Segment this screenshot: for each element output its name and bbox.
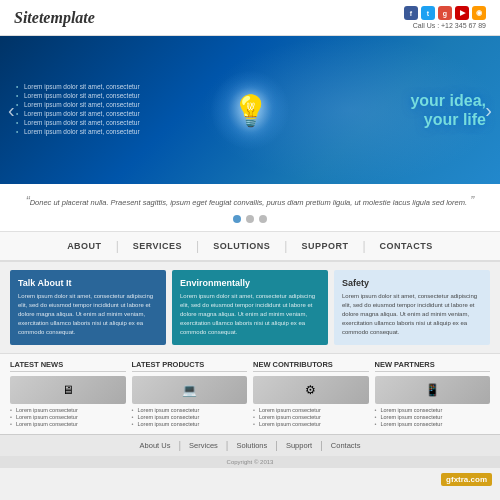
quote-bar: Donec ut placerat nulla. Praesent sagitt… [0,184,500,232]
hero-arrow-right[interactable]: › [485,99,492,122]
twitter-icon[interactable]: t [421,6,435,20]
laptop-icon: 💻 [182,383,197,397]
card-title-2: Environmentally [180,278,320,288]
list-item: Lorem ipsum consectetur [253,421,369,427]
footer-nav-solutions[interactable]: Solutions [228,441,275,450]
footer-nav-contacts[interactable]: Contacts [323,441,369,450]
hero-left: Lorem ipsum dolor sit amet, consectetur … [0,73,225,147]
bottom-list-news: Lorem ipsum consectetur Lorem ipsum cons… [10,407,126,427]
footer-nav-about[interactable]: About Us [132,441,179,450]
watermark: gfxtra.com [441,473,492,486]
bottom-img-contributors: ⚙ [253,376,369,404]
hero-arrow-left[interactable]: ‹ [8,99,15,122]
list-item: Lorem ipsum consectetur [375,421,491,427]
list-item: Lorem ipsum consectetur [10,421,126,427]
nav-bar: ABOUT | SERVICES | SOLUTIONS | SUPPORT |… [0,232,500,262]
nav-item-contacts[interactable]: CONTACTS [366,241,447,251]
bottom-col-title-1: LATEST NEWS [10,360,126,372]
list-item: Lorem ipsum consectetur [10,414,126,420]
footer-nav-support[interactable]: Support [278,441,320,450]
card-talk-about-it: Talk About It Lorem ipsum dolor sit amet… [10,270,166,345]
hero-list-item: Lorem ipsum dolor sit amet, consectetur [16,101,215,108]
quote-dot-3[interactable] [259,215,267,223]
bulb-glow: 💡 [220,70,280,150]
nav-item-services[interactable]: SERVICES [119,241,196,251]
social-icons: f t g ▶ ◉ [404,6,486,20]
googleplus-icon[interactable]: g [438,6,452,20]
hero-list-item: Lorem ipsum dolor sit amet, consectetur [16,92,215,99]
bottom-col-partners: NEW PARTNERS 📱 Lorem ipsum consectetur L… [375,360,491,428]
quote-text: Donec ut placerat nulla. Praesent sagitt… [20,192,480,210]
bottom-col-title-4: NEW PARTNERS [375,360,491,372]
copyright: Copyright © 2013 [0,456,500,468]
list-item: Lorem ipsum consectetur [10,407,126,413]
bottom-col-products: LATEST PRODUCTS 💻 Lorem ipsum consectetu… [132,360,248,428]
list-item: Lorem ipsum consectetur [375,407,491,413]
list-item: Lorem ipsum consectetur [132,414,248,420]
list-item: Lorem ipsum consectetur [132,407,248,413]
monitor-icon: 🖥 [62,383,74,397]
quote-dot-1[interactable] [233,215,241,223]
bottom-img-news: 🖥 [10,376,126,404]
footer-nav: About Us | Services | Solutions | Suppor… [0,434,500,456]
card-title-1: Talk About It [18,278,158,288]
copyright-text: Copyright © 2013 [227,459,274,465]
card-title-3: Safety [342,278,482,288]
cards-section: Talk About It Lorem ipsum dolor sit amet… [0,262,500,353]
hero-tagline-text: your idea, your life [410,91,486,129]
card-text-3: Lorem ipsum dolor sit amet, consectetur … [342,292,482,337]
card-text-1: Lorem ipsum dolor sit amet, consectetur … [18,292,158,337]
list-item: Lorem ipsum consectetur [132,421,248,427]
header-right: f t g ▶ ◉ Call Us : +12 345 67 89 [404,6,486,29]
hero-center: 💡 [220,70,280,150]
hero-list-item: Lorem ipsum dolor sit amet, consectetur [16,83,215,90]
header: Sitetemplate f t g ▶ ◉ Call Us : +12 345… [0,0,500,36]
hero-tagline: your idea, your life [410,91,486,129]
bottom-list-products: Lorem ipsum consectetur Lorem ipsum cons… [132,407,248,427]
lightbulb-icon: 💡 [232,93,269,128]
site-logo: Sitetemplate [14,9,95,27]
bottom-grid: LATEST NEWS 🖥 Lorem ipsum consectetur Lo… [0,353,500,434]
gear-icon: ⚙ [305,383,316,397]
card-safety: Safety Lorem ipsum dolor sit amet, conse… [334,270,490,345]
list-item: Lorem ipsum consectetur [253,414,369,420]
call-us-text: Call Us : +12 345 67 89 [413,22,486,29]
mobile-icon: 📱 [425,383,440,397]
hero-list-item: Lorem ipsum dolor sit amet, consectetur [16,128,215,135]
nav-item-about[interactable]: ABOUT [53,241,116,251]
hero-list-item: Lorem ipsum dolor sit amet, consectetur [16,119,215,126]
hero-list-item: Lorem ipsum dolor sit amet, consectetur [16,110,215,117]
card-text-2: Lorem ipsum dolor sit amet, consectetur … [180,292,320,337]
bottom-col-contributors: NEW CONTRIBUTORS ⚙ Lorem ipsum consectet… [253,360,369,428]
nav-item-solutions[interactable]: SOLUTIONS [199,241,284,251]
bottom-list-contributors: Lorem ipsum consectetur Lorem ipsum cons… [253,407,369,427]
quote-dots [20,215,480,223]
list-item: Lorem ipsum consectetur [375,414,491,420]
facebook-icon[interactable]: f [404,6,418,20]
hero-section: Lorem ipsum dolor sit amet, consectetur … [0,36,500,184]
bottom-img-partners: 📱 [375,376,491,404]
footer-nav-services[interactable]: Services [181,441,226,450]
bottom-col-title-2: LATEST PRODUCTS [132,360,248,372]
card-environmentally: Environmentally Lorem ipsum dolor sit am… [172,270,328,345]
nav-item-support[interactable]: SUPPORT [287,241,362,251]
quote-dot-2[interactable] [246,215,254,223]
youtube-icon[interactable]: ▶ [455,6,469,20]
bottom-list-partners: Lorem ipsum consectetur Lorem ipsum cons… [375,407,491,427]
bottom-img-products: 💻 [132,376,248,404]
bottom-col-news: LATEST NEWS 🖥 Lorem ipsum consectetur Lo… [10,360,126,428]
hero-list: Lorem ipsum dolor sit amet, consectetur … [16,83,215,135]
list-item: Lorem ipsum consectetur [253,407,369,413]
bottom-col-title-3: NEW CONTRIBUTORS [253,360,369,372]
rss-icon[interactable]: ◉ [472,6,486,20]
